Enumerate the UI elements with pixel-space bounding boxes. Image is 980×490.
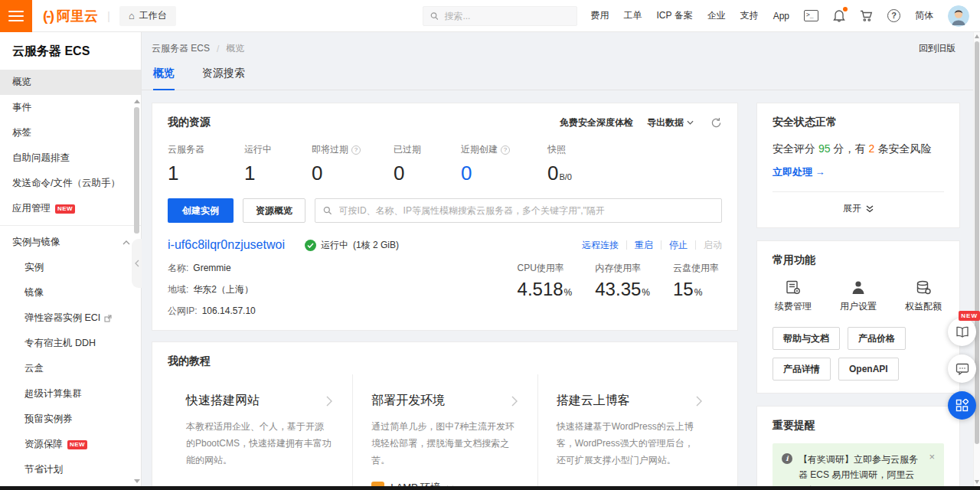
stat-ecs: 云服务器 1: [168, 143, 244, 185]
info-tooltip-icon[interactable]: ?: [501, 145, 510, 155]
tutorial-deploy-dev-env[interactable]: 部署开发环境 通过简单几步，图中7种主流开发环境轻松部署，摆脱海量文档搜索之苦。…: [352, 374, 537, 490]
instance-region: 华东2（上海）: [193, 284, 253, 295]
sidebar-item-cloud-assistant[interactable]: 发送命令/文件（云助手）: [0, 171, 141, 196]
chevron-right-icon: [511, 396, 518, 407]
tab-resource-search[interactable]: 资源搜索: [202, 67, 245, 90]
recently-created-count[interactable]: 0: [461, 162, 547, 185]
nav-link-billing[interactable]: 费用: [591, 9, 609, 22]
logo-text: 阿里云: [57, 7, 98, 25]
chat-icon: [956, 363, 969, 375]
nav-right-group: 费用 工单 ICP 备案 企业 支持 App >_ ? 简体: [591, 5, 969, 27]
nav-link-support[interactable]: 支持: [740, 9, 759, 22]
tutorial-build-website[interactable]: 快速搭建网站 本教程适用企业、个人，基于开源的PbootCMS，快速搭建拥有丰富…: [168, 374, 352, 490]
sidebar-item-reserved-instances[interactable]: 预留实例券: [0, 407, 141, 432]
nav-link-enterprise[interactable]: 企业: [707, 9, 726, 22]
instance-id-link[interactable]: i-uf6c8ilqr0nzjusetwoi: [168, 238, 285, 252]
scroll-down-arrow-icon[interactable]: [975, 480, 979, 484]
sidebar-item-app-management[interactable]: 应用管理 NEW: [0, 196, 141, 221]
sidebar-item-overview[interactable]: 概览: [0, 70, 141, 95]
sidebar-item-eci[interactable]: 弹性容器实例 ECI: [0, 305, 141, 331]
product-details-button[interactable]: 产品详情: [773, 358, 831, 381]
docs-fab[interactable]: NEW: [948, 318, 976, 346]
sidebar-item-tags[interactable]: 标签: [0, 120, 141, 145]
new-badge: NEW: [67, 440, 87, 449]
sidebar-item-cloudbox[interactable]: 云盒: [0, 356, 141, 381]
create-instance-button[interactable]: 创建实例: [168, 198, 234, 223]
new-badge: NEW: [959, 311, 980, 321]
sidebar-item-images[interactable]: 镜像: [0, 280, 141, 305]
chevron-up-icon: [122, 240, 130, 245]
cloudshell-icon[interactable]: >_: [804, 10, 818, 21]
home-icon: ⌂: [129, 10, 135, 21]
user-settings-link[interactable]: 用户设置: [840, 280, 877, 313]
cpu-usage: CPU使用率 4.518%: [518, 262, 573, 318]
tutorial-build-blog[interactable]: 搭建云上博客 快速搭建基于WordPress的云上博客，WordPress强大的…: [537, 374, 722, 490]
my-resources-title: 我的资源: [168, 116, 211, 129]
help-icon[interactable]: ?: [887, 9, 900, 22]
remote-connect-link[interactable]: 远程连接: [582, 239, 619, 252]
workbench-button[interactable]: ⌂ 工作台: [119, 6, 176, 26]
instance-search-input[interactable]: [338, 204, 714, 217]
sidebar-collapse-handle[interactable]: [132, 239, 142, 288]
user-avatar[interactable]: [948, 5, 969, 27]
quick-links-row: 续费管理 用户设置 权益配额: [773, 280, 944, 313]
start-link-disabled: 启动: [704, 239, 722, 252]
user-icon: [851, 280, 865, 295]
sidebar-item-supercomputing[interactable]: 超级计算集群: [0, 381, 141, 407]
hamburger-menu-icon[interactable]: [0, 0, 32, 32]
restart-link[interactable]: 重启: [635, 239, 653, 252]
scroll-down-arrow-icon[interactable]: [134, 479, 140, 483]
tab-overview[interactable]: 概览: [153, 67, 175, 90]
quota-link[interactable]: 权益配额: [905, 280, 942, 313]
help-docs-button[interactable]: 帮助与文档: [773, 327, 840, 350]
tutorials-card: 我的教程 快速搭建网站 本教程适用企业、个人，基于开源的PbootCMS，快速搭…: [152, 341, 738, 490]
feedback-fab[interactable]: [948, 354, 976, 383]
instance-search[interactable]: [315, 198, 722, 223]
info-tooltip-icon[interactable]: ?: [351, 145, 361, 155]
nav-link-tickets[interactable]: 工单: [624, 9, 642, 22]
common-functions-card: 常用功能 续费管理 用户设置 权益配额: [756, 240, 960, 394]
export-data-dropdown[interactable]: 导出数据: [647, 116, 694, 129]
resource-overview-button[interactable]: 资源概览: [243, 198, 305, 223]
refresh-icon[interactable]: [710, 117, 722, 129]
sidebar-item-savings-plans[interactable]: 节省计划: [0, 457, 141, 482]
resource-actions-row: 创建实例 资源概览: [168, 198, 722, 223]
stop-link[interactable]: 停止: [669, 239, 688, 252]
handle-now-link[interactable]: 立即处理 →: [773, 165, 944, 179]
openapi-button[interactable]: OpenAPI: [838, 358, 899, 381]
nav-link-app[interactable]: App: [773, 11, 789, 21]
nav-link-icp[interactable]: ICP 备案: [657, 9, 693, 22]
running-check-icon: [305, 240, 316, 251]
aliyun-logo[interactable]: (-) 阿里云: [43, 7, 98, 25]
function-buttons: 帮助与文档 产品价格 产品详情 OpenAPI: [773, 327, 944, 381]
apps-fab[interactable]: [948, 391, 976, 420]
sidebar-item-instances[interactable]: 实例: [0, 255, 141, 280]
important-reminders-title: 重要提醒: [773, 419, 944, 433]
sidebar-divider: [0, 225, 141, 226]
close-icon[interactable]: ×: [929, 452, 935, 462]
pricing-button[interactable]: 产品价格: [848, 327, 906, 350]
security-checkup-link[interactable]: 免费安全深度体检: [560, 116, 633, 129]
sidebar-scrollbar-thumb[interactable]: [134, 107, 139, 234]
language-selector[interactable]: 简体: [915, 9, 933, 22]
global-search-input[interactable]: [443, 10, 569, 22]
back-to-old-version-link[interactable]: 回到旧版: [919, 42, 956, 55]
scroll-up-arrow-icon[interactable]: [134, 100, 140, 103]
sidebar-item-troubleshoot[interactable]: 自助问题排查: [0, 145, 141, 171]
sidebar-item-ddh[interactable]: 专有宿主机 DDH: [0, 331, 141, 356]
stat-running: 运行中 1: [244, 143, 312, 185]
global-search[interactable]: [423, 6, 577, 26]
scroll-up-arrow-icon[interactable]: [975, 34, 979, 38]
renewal-management-link[interactable]: 续费管理: [775, 280, 812, 313]
expand-toggle[interactable]: 展开: [773, 202, 944, 215]
breadcrumb-ecs[interactable]: 云服务器 ECS: [152, 42, 210, 55]
sidebar-item-events[interactable]: 事件: [0, 95, 141, 120]
chevron-left-icon: [135, 260, 139, 267]
notifications-bell-icon[interactable]: [833, 9, 845, 22]
breadcrumb-overview: 概览: [226, 42, 244, 55]
cart-icon[interactable]: [860, 10, 873, 22]
renewal-icon: [786, 280, 801, 295]
sidebar-group-instances-images[interactable]: 实例与镜像: [0, 230, 141, 255]
sidebar-scrollbar[interactable]: [133, 100, 140, 483]
sidebar-item-resource-assurance[interactable]: 资源保障 NEW: [0, 432, 141, 457]
